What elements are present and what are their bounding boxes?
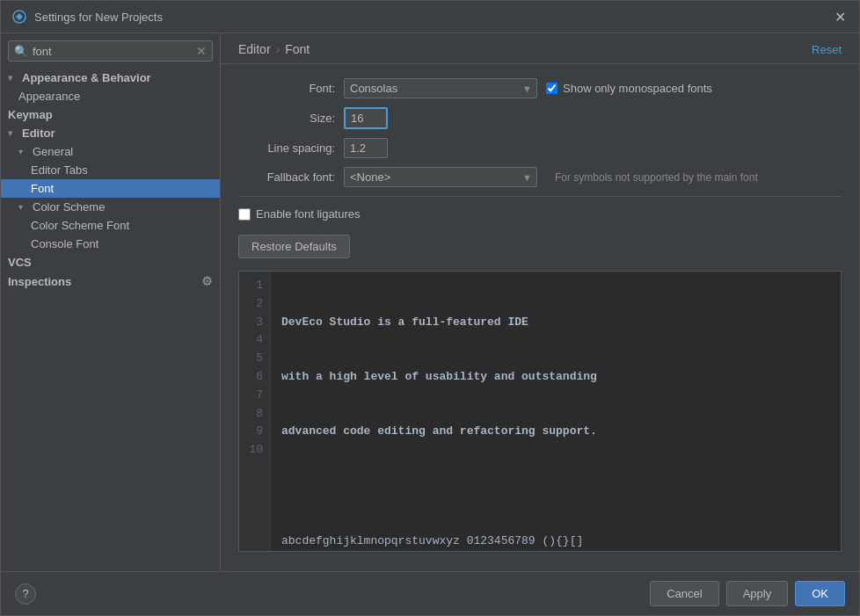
breadcrumb-separator: › — [276, 42, 281, 56]
sidebar-label: Color Scheme — [33, 200, 105, 214]
search-icon: 🔍 — [14, 45, 28, 58]
footer-right: Cancel Apply OK — [650, 581, 845, 606]
dialog-title: Settings for New Projects — [34, 11, 163, 24]
line-number: 10 — [246, 441, 263, 460]
clear-search-button[interactable]: ✕ — [196, 44, 207, 58]
dialog-footer: ? Cancel Apply OK — [1, 571, 859, 615]
expand-icon: ▾ — [8, 128, 18, 138]
size-input[interactable] — [344, 107, 388, 129]
sidebar-label: VCS — [8, 256, 32, 269]
sidebar-label: Keymap — [8, 108, 53, 121]
line-number: 3 — [246, 314, 263, 332]
title-bar-left: Settings for New Projects — [11, 9, 163, 25]
settings-icon: ⚙ — [201, 274, 213, 288]
line-number: 5 — [246, 350, 263, 368]
fallback-hint: For symbols not supported by the main fo… — [555, 171, 758, 184]
line-number: 2 — [246, 295, 263, 314]
fallback-font-row: Fallback font: <None> ▼ For symbols not … — [238, 167, 842, 187]
sidebar-label: Appearance — [18, 90, 80, 103]
expand-icon: ▾ — [18, 202, 29, 212]
fallback-label: Fallback font: — [238, 170, 335, 184]
sidebar-label: General — [33, 145, 73, 158]
breadcrumb: Editor › Font — [238, 42, 310, 56]
dialog-body: 🔍 ✕ ▾ Appearance & Behavior Appearance K… — [1, 33, 859, 571]
size-label: Size: — [238, 112, 335, 125]
code-line-3: advanced code editing and refactoring su… — [281, 423, 830, 441]
line-number: 6 — [246, 368, 263, 387]
sidebar-label: Console Font — [31, 237, 98, 250]
breadcrumb-current: Font — [285, 42, 310, 56]
restore-defaults-button[interactable]: Restore Defaults — [238, 235, 350, 258]
sidebar: 🔍 ✕ ▾ Appearance & Behavior Appearance K… — [1, 33, 221, 571]
fallback-select-wrapper: <None> ▼ — [344, 167, 537, 187]
code-lines: 1 2 3 4 5 6 7 8 9 10 DevEco Studio — [239, 272, 841, 551]
sidebar-item-editor[interactable]: ▾ Editor — [1, 124, 220, 142]
cancel-button[interactable]: Cancel — [650, 581, 718, 606]
line-spacing-label: Line spacing: — [238, 141, 335, 155]
line-number: 9 — [246, 423, 263, 441]
sidebar-item-vcs[interactable]: VCS — [1, 253, 220, 272]
code-line-1: DevEco Studio is a full-featured IDE — [281, 314, 830, 332]
line-number: 8 — [246, 405, 263, 424]
line-number: 4 — [246, 331, 263, 350]
sidebar-item-font[interactable]: Font — [1, 179, 220, 198]
code-line-5: abcdefghijklmnopqrstuvwxyz 0123456789 ()… — [281, 533, 830, 551]
sidebar-label: Editor — [22, 127, 55, 140]
sidebar-label: Font — [31, 182, 54, 195]
sidebar-label: Appearance & Behavior — [22, 71, 151, 84]
breadcrumb-parent: Editor — [238, 42, 271, 56]
font-label: Font: — [238, 82, 335, 95]
line-spacing-row: Line spacing: — [238, 138, 842, 158]
apply-button[interactable]: Apply — [726, 581, 789, 606]
main-content: Editor › Font Reset Font: Consolas ▼ — [221, 33, 859, 571]
title-bar: Settings for New Projects ✕ — [1, 1, 859, 33]
sidebar-label: Color Scheme Font — [31, 219, 129, 232]
sidebar-item-color-scheme[interactable]: ▾ Color Scheme — [1, 198, 220, 216]
content-area: Font: Consolas ▼ Show only monospaced fo… — [221, 64, 859, 571]
settings-dialog: Settings for New Projects ✕ 🔍 ✕ ▾ Appear… — [0, 0, 860, 616]
separator — [238, 196, 842, 197]
font-row: Font: Consolas ▼ Show only monospaced fo… — [238, 78, 842, 98]
footer-left: ? — [15, 583, 36, 605]
code-line-2: with a high level of usability and outst… — [281, 368, 830, 387]
app-logo — [11, 9, 27, 25]
expand-icon: ▾ — [8, 73, 18, 83]
sidebar-item-general[interactable]: ▾ General — [1, 142, 220, 161]
close-button[interactable]: ✕ — [831, 8, 849, 25]
font-select-wrapper: Consolas ▼ — [344, 78, 537, 98]
sidebar-label: Inspections — [8, 275, 71, 288]
ok-button[interactable]: OK — [795, 581, 845, 606]
font-select[interactable]: Consolas — [344, 78, 537, 98]
content-header: Editor › Font Reset — [221, 33, 859, 64]
reset-link[interactable]: Reset — [812, 43, 842, 56]
monospaced-label: Show only monospaced fonts — [563, 82, 712, 95]
sidebar-label: Editor Tabs — [31, 163, 88, 177]
sidebar-item-color-scheme-font[interactable]: Color Scheme Font — [1, 216, 220, 235]
ligatures-label: Enable font ligatures — [256, 207, 361, 221]
sidebar-item-keymap[interactable]: Keymap — [1, 105, 220, 124]
sidebar-item-inspections[interactable]: Inspections ⚙ — [1, 272, 220, 291]
sidebar-item-editor-tabs[interactable]: Editor Tabs — [1, 161, 220, 179]
ligatures-row: Enable font ligatures — [238, 207, 842, 221]
search-box: 🔍 ✕ — [8, 40, 213, 62]
sidebar-item-appearance[interactable]: Appearance — [1, 87, 220, 105]
monospaced-checkbox-row: Show only monospaced fonts — [546, 82, 712, 95]
line-spacing-input[interactable] — [344, 138, 388, 158]
code-line-4 — [281, 478, 830, 496]
help-button[interactable]: ? — [15, 583, 36, 605]
sidebar-item-appearance-behavior[interactable]: ▾ Appearance & Behavior — [1, 69, 220, 87]
search-input[interactable] — [33, 45, 192, 58]
fallback-select[interactable]: <None> — [344, 167, 537, 187]
line-numbers: 1 2 3 4 5 6 7 8 9 10 — [239, 272, 271, 551]
size-row: Size: — [238, 107, 842, 129]
code-preview: 1 2 3 4 5 6 7 8 9 10 DevEco Studio — [238, 271, 842, 552]
line-number: 1 — [246, 277, 263, 295]
ligatures-checkbox[interactable] — [238, 208, 251, 221]
sidebar-item-console-font[interactable]: Console Font — [1, 235, 220, 253]
code-text-area: DevEco Studio is a full-featured IDE wit… — [271, 272, 841, 551]
line-number: 7 — [246, 387, 263, 405]
monospaced-checkbox[interactable] — [546, 83, 558, 94]
expand-icon: ▾ — [18, 147, 29, 156]
